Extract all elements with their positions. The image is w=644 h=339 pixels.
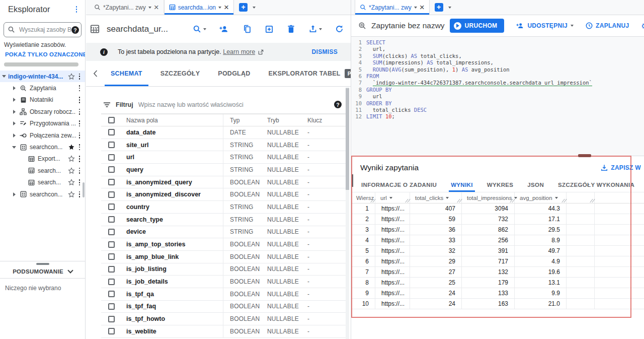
- row-checkbox[interactable]: [108, 142, 115, 148]
- row-checkbox[interactable]: [108, 279, 115, 285]
- tab-json[interactable]: JSON: [520, 177, 551, 192]
- chevron-left-icon[interactable]: [89, 70, 102, 77]
- panel-scrollbar[interactable]: [346, 87, 349, 339]
- column-resize-handle[interactable]: [510, 199, 514, 202]
- export-button[interactable]: [302, 25, 329, 33]
- tab-chart[interactable]: WYKRES: [480, 177, 521, 192]
- sidebar-item-table-search2[interactable]: search...: [0, 177, 85, 188]
- row-checkbox[interactable]: [108, 191, 115, 198]
- star-icon[interactable]: [68, 179, 75, 186]
- copy-table-button[interactable]: [236, 25, 258, 33]
- column-resize-handle[interactable]: [371, 199, 374, 202]
- row-menu-icon[interactable]: [76, 190, 83, 198]
- results-column-header[interactable]: total_clicks: [410, 192, 462, 203]
- snapshot-button[interactable]: [258, 25, 280, 33]
- tab-overflow-icon[interactable]: [448, 7, 451, 9]
- tab-table-active[interactable]: searchda...ion: [164, 0, 234, 15]
- star-icon[interactable]: [68, 73, 75, 80]
- sidebar-item-table-search1[interactable]: search...: [0, 165, 85, 176]
- more-button[interactable]: ⚙ WIĘCEJ: [641, 22, 644, 30]
- results-column-header[interactable]: avg_position: [515, 192, 567, 203]
- tree-project-row[interactable]: indigo-winter-434...: [0, 71, 85, 82]
- row-checkbox[interactable]: [108, 229, 115, 235]
- tab-execution-details[interactable]: SZCZEGÓŁY WYKONANIA: [551, 177, 641, 192]
- learn-more-link[interactable]: Learn more: [223, 48, 255, 55]
- row-menu-icon[interactable]: [76, 119, 83, 127]
- new-tab-button[interactable]: [239, 3, 248, 12]
- show-starred-link[interactable]: POKAŻ TYLKO OZNACZONE G: [0, 48, 85, 57]
- row-checkbox[interactable]: [108, 204, 115, 210]
- summary-resize-handle[interactable]: [36, 263, 49, 265]
- tab-job-information[interactable]: INFORMACJE O ZADANIU: [354, 177, 444, 192]
- share-button[interactable]: [212, 25, 236, 33]
- column-resize-handle[interactable]: [562, 199, 566, 202]
- sidebar-item-external-connections[interactable]: Połączenia zew...: [0, 129, 85, 141]
- row-menu-icon[interactable]: [76, 108, 83, 116]
- tab-query[interactable]: *Zapytani... zwy: [90, 0, 164, 15]
- tab-clipped[interactable]: W: [641, 177, 644, 192]
- column-resize-handle[interactable]: [406, 199, 409, 202]
- tab-details[interactable]: SZCZEGÓŁY: [151, 61, 209, 86]
- sidebar-item-table-export[interactable]: Export...: [0, 153, 85, 165]
- row-menu-icon[interactable]: [76, 131, 83, 140]
- row-checkbox[interactable]: [108, 328, 115, 334]
- refresh-button[interactable]: [329, 25, 345, 33]
- row-menu-icon[interactable]: [76, 167, 83, 175]
- splitter-handle[interactable]: [578, 154, 591, 157]
- sidebar-item-preparations[interactable]: Przygotowania ...: [0, 118, 85, 129]
- sort-caret-icon[interactable]: [555, 197, 558, 199]
- schedule-button[interactable]: ZAPLANUJ: [586, 22, 629, 29]
- filter-help-icon[interactable]: [334, 101, 342, 108]
- dismiss-button[interactable]: DISMISS: [312, 48, 338, 55]
- star-filled-icon[interactable]: [68, 144, 75, 151]
- search-help-icon[interactable]: [71, 26, 79, 34]
- sidebar-item-workspaces[interactable]: Obszary robocz...: [0, 106, 85, 117]
- tab-query-active[interactable]: *Zapytani... zwy: [355, 0, 430, 15]
- tab-preview[interactable]: PODGLĄD: [209, 61, 259, 86]
- row-menu-icon[interactable]: [76, 84, 83, 92]
- row-checkbox[interactable]: [108, 303, 115, 310]
- tab-results[interactable]: WYNIKI: [444, 177, 480, 192]
- close-icon[interactable]: [224, 3, 229, 12]
- column-resize-handle[interactable]: [590, 199, 594, 202]
- row-menu-icon[interactable]: [76, 96, 83, 104]
- star-icon[interactable]: [68, 155, 75, 162]
- sql-editor[interactable]: 1SELECT2 url,3 SUM(clicks) AS total_clic…: [351, 37, 644, 156]
- chevron-down-icon[interactable]: [218, 7, 221, 9]
- share-query-button[interactable]: UDOSTĘPNIJ: [516, 22, 574, 29]
- sidebar-item-dataset-collapsed[interactable]: searchcon...: [0, 188, 85, 200]
- save-results-button[interactable]: ZAPISZ W: [601, 164, 641, 171]
- star-icon[interactable]: [68, 167, 75, 174]
- row-checkbox[interactable]: [108, 216, 115, 223]
- row-checkbox[interactable]: [108, 166, 115, 173]
- tab-overflow-icon[interactable]: [253, 7, 256, 9]
- sidebar-item-queries[interactable]: Zapytania: [0, 82, 85, 94]
- row-checkbox[interactable]: [108, 266, 115, 273]
- row-menu-icon[interactable]: [76, 178, 83, 186]
- results-column-header[interactable]: url: [375, 192, 410, 203]
- row-checkbox[interactable]: [108, 291, 115, 297]
- row-checkbox[interactable]: [108, 179, 115, 185]
- run-button[interactable]: URUCHOM: [450, 19, 505, 33]
- sidebar-item-dataset-expanded[interactable]: searchcon...: [0, 141, 85, 153]
- results-resize-handle[interactable]: [352, 174, 353, 187]
- sort-caret-icon[interactable]: [389, 197, 392, 199]
- row-checkbox[interactable]: [108, 316, 115, 322]
- tab-schema[interactable]: SCHEMAT: [102, 61, 151, 86]
- close-icon[interactable]: [420, 3, 425, 12]
- tab-table-explorer[interactable]: EKSPLORATOR TABELPODGLĄD: [260, 61, 351, 86]
- sidebar-scrollbar[interactable]: [83, 182, 85, 197]
- column-resize-handle[interactable]: [457, 199, 461, 202]
- star-icon[interactable]: [68, 191, 75, 198]
- row-checkbox[interactable]: [108, 253, 115, 260]
- row-menu-icon[interactable]: [76, 73, 83, 81]
- search-in-table-button[interactable]: [187, 25, 212, 33]
- chevron-down-icon[interactable]: [148, 7, 151, 9]
- sidebar-item-notebooks[interactable]: Notatniki: [0, 94, 85, 106]
- delete-button[interactable]: [280, 25, 302, 33]
- schema-filter-input[interactable]: [138, 101, 329, 108]
- chevron-down-icon[interactable]: [414, 7, 417, 9]
- resource-search-input[interactable]: [4, 22, 82, 37]
- row-checkbox[interactable]: [108, 129, 115, 135]
- new-tab-button[interactable]: [435, 3, 443, 12]
